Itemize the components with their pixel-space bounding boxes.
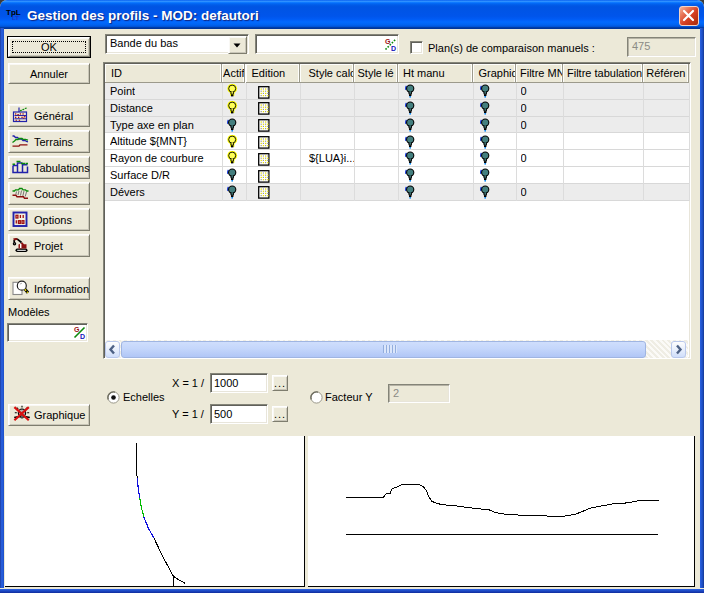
svg-text:D: D xyxy=(80,333,85,340)
svg-text:D: D xyxy=(391,45,396,52)
